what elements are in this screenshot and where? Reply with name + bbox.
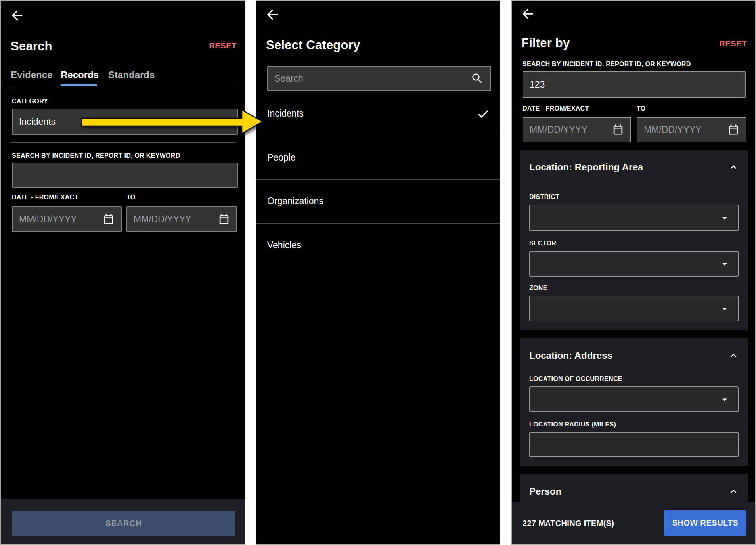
chevron-up-icon[interactable] (727, 350, 739, 361)
sector-label: SECTOR (529, 240, 556, 247)
arrow-left-icon (9, 8, 25, 23)
section-header[interactable]: Person (529, 486, 739, 497)
list-item-label: Vehicles (267, 240, 301, 251)
keyword-label: SEARCH BY INCIDENT ID, REPORT ID, OR KEY… (523, 61, 691, 68)
district-label: DISTRICT (529, 193, 559, 201)
date-to-label: TO (637, 105, 646, 112)
arrow-left-icon (520, 6, 536, 22)
list-item-people[interactable]: People (256, 136, 500, 180)
sector-select[interactable] (529, 251, 739, 277)
location-radius-input[interactable] (529, 432, 739, 457)
date-from-label: DATE - FROM/EXACT (523, 105, 589, 112)
search-icon (471, 72, 484, 85)
location-of-occurrence-select[interactable] (529, 386, 739, 412)
section-header[interactable]: Location: Address (529, 350, 739, 361)
date-from-label: DATE - FROM/EXACT (12, 194, 78, 201)
tab-evidence[interactable]: Evidence (11, 69, 52, 80)
category-search-input[interactable]: Search (267, 66, 491, 91)
back-button[interactable] (519, 5, 536, 23)
active-tab-underline (61, 84, 97, 86)
section-person: Person (520, 474, 748, 504)
list-item-incidents[interactable]: Incidents (256, 92, 500, 136)
caret-down-icon (719, 303, 731, 315)
location-radius-label: LOCATION RADIUS (MILES) (529, 421, 616, 428)
check-icon (477, 107, 490, 120)
page-title: Search (11, 39, 52, 54)
keyword-label: SEARCH BY INCIDENT ID, REPORT ID, OR KEY… (12, 152, 180, 159)
search-placeholder: Search (274, 73, 471, 84)
tabs-divider (9, 88, 236, 88)
section-title: Location: Address (529, 350, 612, 361)
list-item-label: Organizations (267, 196, 323, 207)
matching-count: 227 MATCHING ITEM(S) (523, 519, 614, 528)
filter-panel: Filter by RESET SEARCH BY INCIDENT ID, R… (511, 0, 756, 545)
keyword-value: 123 (530, 79, 545, 90)
filter-footer-bar: 227 MATCHING ITEM(S) SHOW RESULTS (512, 502, 755, 544)
reset-button[interactable]: RESET (209, 41, 237, 50)
search-footer-bar: SEARCH (1, 499, 245, 544)
select-category-panel: Select Category Search Incidents People … (256, 0, 500, 545)
calendar-icon[interactable] (727, 123, 739, 136)
zone-label: ZONE (529, 285, 547, 292)
calendar-icon[interactable] (218, 213, 230, 226)
show-results-button[interactable]: SHOW RESULTS (664, 510, 746, 536)
zone-select[interactable] (529, 296, 739, 321)
list-item-organizations[interactable]: Organizations (256, 179, 500, 224)
chevron-up-icon[interactable] (727, 486, 739, 497)
chevron-up-icon[interactable] (727, 161, 739, 173)
date-from-placeholder: MM/DD/YYYY (530, 124, 612, 135)
section-location-address: Location: Address LOCATION OF OCCURRENCE… (520, 338, 748, 466)
category-value: Incidents (19, 117, 56, 127)
back-button[interactable] (8, 7, 26, 24)
tab-standards[interactable]: Standards (108, 69, 155, 80)
section-title: Person (529, 486, 561, 497)
section-header[interactable]: Location: Reporting Area (529, 161, 739, 173)
caret-down-icon (719, 394, 731, 405)
back-button[interactable] (264, 6, 281, 23)
calendar-icon[interactable] (612, 123, 624, 136)
date-to-input[interactable]: MM/DD/YYYY (637, 117, 746, 142)
location-of-occurrence-label: LOCATION OF OCCURRENCE (529, 375, 622, 382)
section-title: Location: Reporting Area (529, 162, 643, 173)
list-item-vehicles[interactable]: Vehicles (256, 223, 500, 267)
date-from-input[interactable]: MM/DD/YYYY (12, 206, 122, 232)
category-label: CATEGORY (12, 98, 48, 105)
date-to-input[interactable]: MM/DD/YYYY (126, 206, 237, 232)
list-item-label: People (267, 152, 296, 163)
calendar-icon[interactable] (103, 213, 115, 226)
keyword-input[interactable]: 123 (523, 71, 746, 98)
date-to-placeholder: MM/DD/YYYY (134, 214, 218, 225)
search-button[interactable]: SEARCH (12, 511, 235, 536)
page-title: Filter by (521, 36, 570, 50)
date-to-placeholder: MM/DD/YYYY (644, 124, 727, 135)
pointer-arrow (63, 99, 274, 147)
date-from-input[interactable]: MM/DD/YYYY (523, 117, 631, 142)
caret-down-icon (719, 212, 731, 224)
date-to-label: TO (126, 194, 136, 201)
arrow-left-icon (264, 7, 280, 23)
caret-down-icon (719, 258, 731, 270)
tab-records[interactable]: Records (61, 69, 99, 80)
date-from-placeholder: MM/DD/YYYY (19, 214, 103, 225)
reset-button[interactable]: RESET (719, 39, 747, 48)
search-panel: Search RESET Evidence Records Standards … (0, 0, 245, 545)
page-title: Select Category (266, 38, 360, 52)
section-location-reporting-area: Location: Reporting Area DISTRICT SECTOR… (520, 150, 748, 330)
keyword-input[interactable] (12, 163, 238, 188)
district-select[interactable] (529, 205, 739, 231)
